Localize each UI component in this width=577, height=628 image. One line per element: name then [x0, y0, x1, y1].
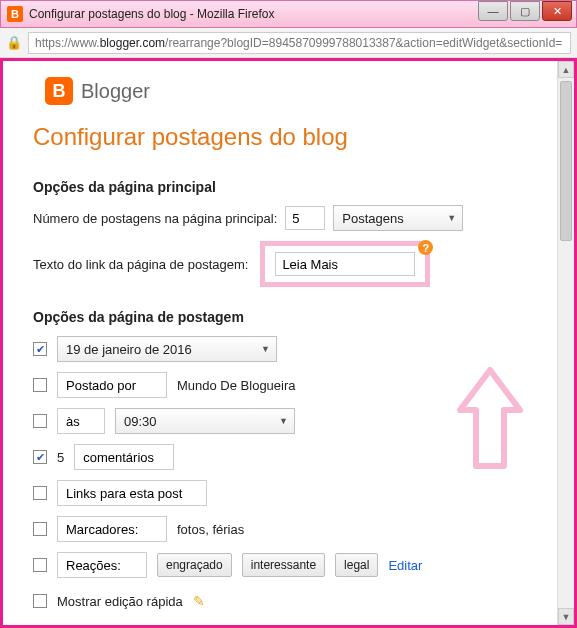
- scroll-thumb[interactable]: [560, 81, 572, 241]
- url-prefix: https://www.: [35, 36, 100, 50]
- pencil-icon: ✎: [193, 593, 205, 609]
- highlighted-input-box: ?: [260, 241, 430, 287]
- vertical-scrollbar[interactable]: ▲ ▼: [557, 61, 574, 625]
- reaction-button-2[interactable]: interessante: [242, 553, 325, 577]
- quickedit-row: Mostrar edição rápida ✎: [33, 587, 552, 615]
- link-text-row: Texto do link da página de postagem: ?: [33, 241, 552, 287]
- comments-label-input[interactable]: [74, 444, 174, 470]
- sharelinks-row: Mostrar links Enviar esta postagem ✉➤: [33, 623, 552, 625]
- page-title: Configurar postagens do blog: [33, 123, 552, 151]
- window-titlebar: B Configurar postagens do blog - Mozilla…: [0, 0, 577, 28]
- time-checkbox[interactable]: [33, 414, 47, 428]
- help-icon[interactable]: ?: [418, 240, 433, 255]
- labels-checkbox[interactable]: [33, 522, 47, 536]
- labels-row: fotos, férias: [33, 515, 552, 543]
- link-text-input[interactable]: [275, 252, 415, 276]
- main-options-heading: Opções da página principal: [33, 179, 552, 195]
- link-text-label: Texto do link da página de postagem:: [33, 257, 248, 272]
- date-value: 19 de janeiro de 2016: [66, 342, 192, 357]
- comments-count: 5: [57, 450, 64, 465]
- decorative-frame: ▲ ▼ B Blogger Configurar postagens do bl…: [0, 58, 577, 628]
- reaction-button-1[interactable]: engraçado: [157, 553, 232, 577]
- reactions-edit-link[interactable]: Editar: [388, 558, 422, 573]
- scroll-down-button[interactable]: ▼: [558, 608, 574, 625]
- url-input[interactable]: https://www.blogger.com/rearrange?blogID…: [28, 32, 571, 54]
- reactions-label-input[interactable]: [57, 552, 147, 578]
- postedby-checkbox[interactable]: [33, 378, 47, 392]
- blogger-logo-icon: B: [45, 77, 73, 105]
- num-posts-row: Número de postagens na página principal:…: [33, 205, 552, 231]
- date-checkbox[interactable]: [33, 342, 47, 356]
- date-format-select[interactable]: 19 de janeiro de 2016: [57, 336, 277, 362]
- scroll-up-button[interactable]: ▲: [558, 61, 574, 78]
- address-bar: 🔒 https://www.blogger.com/rearrange?blog…: [0, 28, 577, 58]
- brand: B Blogger: [45, 77, 552, 105]
- url-domain: blogger.com: [100, 36, 165, 50]
- url-path: /rearrange?blogID=8945870999788013387&ac…: [165, 36, 562, 50]
- labels-label-input[interactable]: [57, 516, 167, 542]
- reactions-row: engraçado interessante legal Editar: [33, 551, 552, 579]
- post-unit-select[interactable]: Postagens: [333, 205, 463, 231]
- window-close-button[interactable]: ✕: [542, 1, 572, 21]
- reaction-button-3[interactable]: legal: [335, 553, 378, 577]
- post-page-heading: Opções da página de postagem: [33, 309, 552, 325]
- reactions-checkbox[interactable]: [33, 558, 47, 572]
- time-format-select[interactable]: 09:30: [115, 408, 295, 434]
- quickedit-checkbox[interactable]: [33, 594, 47, 608]
- brand-name: Blogger: [81, 80, 150, 103]
- labels-sample: fotos, férias: [177, 522, 244, 537]
- postedby-label-input[interactable]: [57, 372, 167, 398]
- time-at-input[interactable]: [57, 408, 105, 434]
- quickedit-label: Mostrar edição rápida: [57, 594, 183, 609]
- postlinks-row: [33, 479, 552, 507]
- postlinks-checkbox[interactable]: [33, 486, 47, 500]
- post-unit-selected: Postagens: [342, 211, 403, 226]
- author-name: Mundo De Blogueira: [177, 378, 296, 393]
- page-content: ▲ ▼ B Blogger Configurar postagens do bl…: [3, 61, 574, 625]
- window-favicon: B: [7, 6, 23, 22]
- postlinks-label-input[interactable]: [57, 480, 207, 506]
- date-row: 19 de janeiro de 2016: [33, 335, 552, 363]
- num-posts-input[interactable]: [285, 206, 325, 230]
- lock-icon: 🔒: [6, 35, 22, 50]
- window-title: Configurar postagens do blog - Mozilla F…: [29, 7, 274, 21]
- time-value: 09:30: [124, 414, 157, 429]
- window-minimize-button[interactable]: —: [478, 1, 508, 21]
- comments-checkbox[interactable]: [33, 450, 47, 464]
- annotation-arrow-icon: [454, 366, 526, 476]
- num-posts-label: Número de postagens na página principal:: [33, 211, 277, 226]
- window-maximize-button[interactable]: ▢: [510, 1, 540, 21]
